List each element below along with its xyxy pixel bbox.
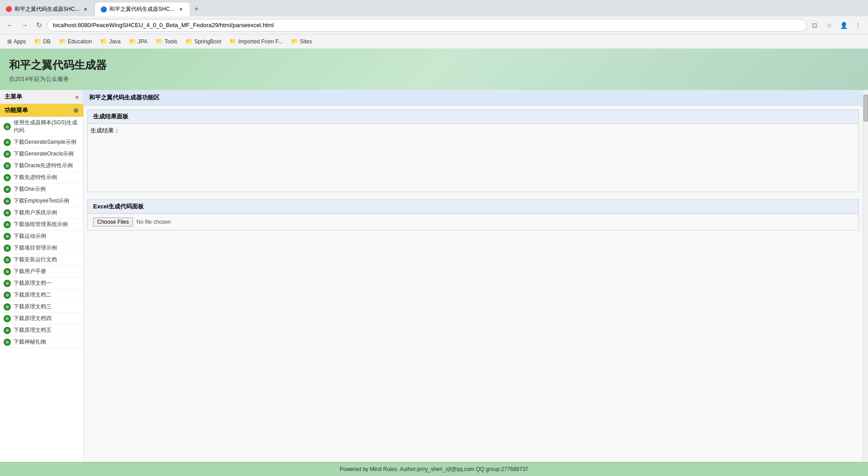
content-area-title: 和平之翼代码生成器功能区: [84, 90, 863, 106]
page-content: 和平之翼代码生成器 自2014年起为公众服务 主菜单 « 功能菜单 ⊕ ⊕ 使用…: [0, 49, 868, 476]
address-bar[interactable]: [47, 19, 807, 32]
bookmark-imported[interactable]: 📁 Imported From F...: [226, 37, 286, 46]
bookmark-java[interactable]: 📁 Java: [96, 37, 124, 46]
jpa-folder-icon: 📁: [129, 38, 136, 45]
nav-actions: ⊡ ☆ 👤 ⋮: [808, 19, 864, 32]
bookmark-springboot-label: SpringBoot: [194, 38, 221, 45]
scrollbar-thumb[interactable]: [863, 94, 868, 122]
sidebar-item-9-label: 下载运动示例: [14, 232, 46, 240]
sidebar-item-1-label: 下载GenerateSample示例: [14, 138, 76, 146]
sidebar-item-16[interactable]: ⊕ 下载原理文档四: [0, 313, 83, 325]
sidebar-main-menu-header: 主菜单 «: [0, 90, 83, 104]
sidebar: 主菜单 « 功能菜单 ⊕ ⊕ 使用生成器脚本(SGS)生成代码 ⊕ 下载Gene…: [0, 90, 84, 462]
tools-folder-icon: 📁: [156, 38, 163, 45]
sidebar-item-1-icon: ⊕: [4, 139, 11, 146]
sidebar-item-14[interactable]: ⊕ 下载原理文档二: [0, 289, 83, 301]
sidebar-item-9-icon: ⊕: [4, 233, 11, 240]
bookmark-springboot[interactable]: 📁 SpringBoot: [182, 37, 225, 46]
sidebar-collapse-button[interactable]: «: [75, 93, 79, 100]
sidebar-item-3-label: 下载Oracle先进特性示例: [14, 162, 73, 170]
tab-1[interactable]: 🔴 和平之翼代码生成器SHC... ✕: [0, 2, 94, 16]
bookmark-sites-label: Sites: [300, 38, 312, 45]
sidebar-item-3[interactable]: ⊕ 下载Oracle先进特性示例: [0, 160, 83, 172]
excel-panel-header: Excel生成代码面板: [88, 200, 859, 214]
result-panel: 生成结果面板 生成结果：: [87, 109, 859, 192]
sidebar-item-16-icon: ⊕: [4, 315, 11, 322]
bookmark-education[interactable]: 📁 Education: [55, 37, 95, 46]
sites-folder-icon: 📁: [291, 38, 298, 45]
sidebar-item-8[interactable]: ⊕ 下载场馆管理系统示例: [0, 219, 83, 231]
sidebar-item-5-icon: ⊕: [4, 186, 11, 193]
imported-folder-icon: 📁: [229, 38, 236, 45]
tab-1-title: 和平之翼代码生成器SHC...: [14, 5, 79, 13]
back-button[interactable]: ←: [4, 19, 16, 32]
sidebar-item-14-icon: ⊕: [4, 292, 11, 299]
bookmark-apps[interactable]: ⊞ Apps: [4, 37, 29, 46]
sidebar-function-menu-header: 功能菜单 ⊕: [0, 104, 83, 117]
bookmark-jpa[interactable]: 📁 JPA: [125, 37, 151, 46]
sidebar-item-8-label: 下载场馆管理系统示例: [14, 221, 68, 228]
new-tab-button[interactable]: +: [190, 3, 203, 15]
result-panel-header: 生成结果面板: [88, 110, 859, 124]
sidebar-item-10-icon: ⊕: [4, 245, 11, 252]
bookmark-db[interactable]: 📁 DB: [30, 37, 54, 46]
result-label: 生成结果：: [90, 127, 120, 134]
page-footer: Powered by Mind Rules. Author:jerry_shen…: [0, 462, 868, 476]
sidebar-item-13[interactable]: ⊕ 下载原理文档一: [0, 278, 83, 289]
cast-button[interactable]: ⊡: [808, 19, 821, 32]
sidebar-item-17-icon: ⊕: [4, 327, 11, 334]
sidebar-item-10[interactable]: ⊕ 下载项目管理示例: [0, 242, 83, 254]
footer-text: Powered by Mind Rules. Author:jerry_shen…: [340, 466, 528, 472]
bookmark-java-label: Java: [109, 38, 120, 45]
sidebar-item-15-label: 下载原理文档三: [14, 303, 52, 311]
sidebar-item-6[interactable]: ⊕ 下载EmployeeTest示例: [0, 195, 83, 207]
bookmark-sites[interactable]: 📁 Sites: [287, 37, 316, 46]
tab-2[interactable]: 🔵 和平之翼代码生成器SHC... ✕: [94, 2, 190, 16]
sidebar-item-1[interactable]: ⊕ 下载GenerateSample示例: [0, 137, 83, 148]
bookmark-tools-label: Tools: [165, 38, 177, 45]
sidebar-item-0-label: 使用生成器脚本(SGS)生成代码: [14, 119, 80, 134]
sidebar-item-5[interactable]: ⊕ 下载One示例: [0, 184, 83, 195]
sidebar-item-15[interactable]: ⊕ 下载原理文档三: [0, 301, 83, 313]
sidebar-function-collapse-button[interactable]: ⊕: [73, 107, 79, 114]
sidebar-item-17-label: 下载原理文档五: [14, 326, 52, 334]
sidebar-item-3-icon: ⊕: [4, 162, 11, 170]
education-folder-icon: 📁: [59, 38, 66, 45]
bookmark-apps-label: Apps: [14, 38, 26, 45]
sidebar-item-17[interactable]: ⊕ 下载原理文档五: [0, 325, 83, 336]
profile-button[interactable]: 👤: [837, 19, 850, 32]
tab-bar: 🔴 和平之翼代码生成器SHC... ✕ 🔵 和平之翼代码生成器SHC... ✕ …: [0, 0, 868, 16]
choose-files-button[interactable]: Choose Files: [93, 217, 133, 226]
tab-2-close[interactable]: ✕: [177, 6, 184, 13]
forward-button[interactable]: →: [18, 19, 31, 32]
sidebar-item-2[interactable]: ⊕ 下载GenerateOracle示例: [0, 148, 83, 160]
reload-button[interactable]: ↻: [33, 19, 45, 32]
sidebar-item-9[interactable]: ⊕ 下载运动示例: [0, 231, 83, 242]
sidebar-item-4-icon: ⊕: [4, 174, 11, 181]
result-panel-body: 生成结果：: [88, 124, 859, 192]
sidebar-item-12-icon: ⊕: [4, 268, 11, 275]
sidebar-item-0[interactable]: ⊕ 使用生成器脚本(SGS)生成代码: [0, 117, 83, 137]
sidebar-item-15-icon: ⊕: [4, 303, 11, 311]
tab-1-close[interactable]: ✕: [82, 5, 89, 13]
tab-1-favicon: 🔴: [5, 6, 12, 12]
sidebar-item-4[interactable]: ⊕ 下载先进特性示例: [0, 172, 83, 184]
file-input-row: Choose Files No file chosen: [88, 214, 859, 230]
page-header: 和平之翼代码生成器 自2014年起为公众服务: [0, 49, 868, 90]
sidebar-item-13-label: 下载原理文档一: [14, 279, 52, 287]
bookmark-education-label: Education: [68, 38, 92, 45]
sidebar-item-16-label: 下载原理文档四: [14, 315, 52, 322]
sidebar-item-7[interactable]: ⊕ 下载用户系统示例: [0, 207, 83, 219]
content-area: 和平之翼代码生成器功能区 生成结果面板 生成结果： Excel生成代码面板 Ch…: [84, 90, 863, 462]
sidebar-item-11[interactable]: ⊕ 下载安装运行文档: [0, 254, 83, 266]
sidebar-item-5-label: 下载One示例: [14, 185, 46, 193]
menu-button[interactable]: ⋮: [852, 19, 864, 32]
bookmark-jpa-label: JPA: [138, 38, 147, 45]
bookmark-button[interactable]: ☆: [823, 19, 835, 32]
right-scrollbar[interactable]: [863, 90, 868, 462]
bookmark-tools[interactable]: 📁 Tools: [152, 37, 181, 46]
file-status: No file chosen: [137, 219, 171, 225]
sidebar-item-18[interactable]: ⊕ 下载神秘礼物: [0, 336, 83, 348]
sidebar-item-12[interactable]: ⊕ 下载用户手册: [0, 266, 83, 278]
main-area: 主菜单 « 功能菜单 ⊕ ⊕ 使用生成器脚本(SGS)生成代码 ⊕ 下载Gene…: [0, 90, 868, 462]
